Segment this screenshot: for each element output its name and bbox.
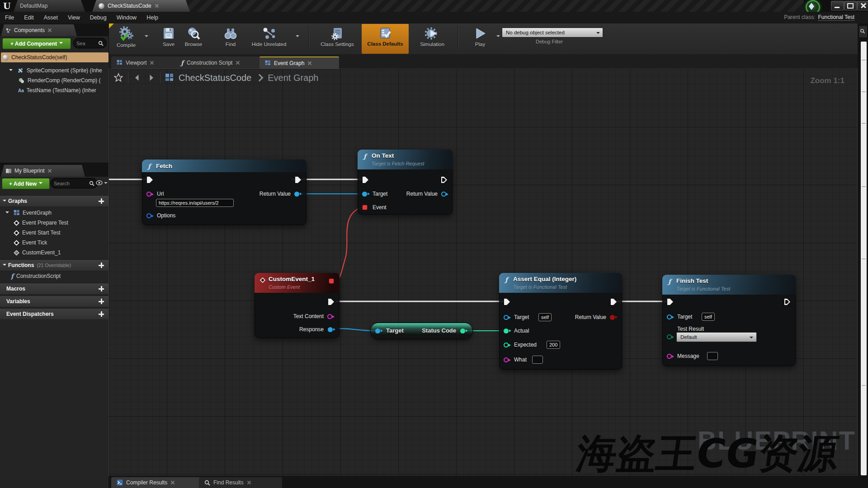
save-button[interactable]: Save bbox=[158, 24, 179, 53]
component-row-sprite[interactable]: SpriteComponent (Sprite) (Inhe bbox=[6, 66, 108, 75]
exec-out-pin[interactable] bbox=[611, 299, 617, 305]
compile-button[interactable]: Compile bbox=[111, 24, 141, 53]
expected-value-box[interactable]: 200 bbox=[547, 341, 560, 349]
panel-expand-button[interactable] bbox=[859, 25, 868, 38]
return-value-pin[interactable] bbox=[294, 192, 299, 197]
close-tab-icon[interactable] bbox=[47, 28, 52, 33]
section-variables[interactable]: Variables bbox=[0, 296, 108, 307]
collapse-icon[interactable] bbox=[5, 211, 9, 215]
menu-edit[interactable]: Edit bbox=[19, 14, 39, 21]
exec-in-pin[interactable] bbox=[504, 299, 510, 305]
event-graph-canvas[interactable]: BLUEPRINT 海盗王CG资源 CheckStatusCode Event … bbox=[108, 69, 858, 477]
return-value-pin[interactable] bbox=[610, 315, 615, 320]
window-tab-defaultmap[interactable]: DefaultMap bbox=[14, 0, 85, 12]
add-dispatcher-icon[interactable] bbox=[98, 310, 105, 318]
class-settings-button[interactable]: Class Settings bbox=[317, 24, 357, 53]
actual-pin[interactable] bbox=[504, 328, 509, 333]
visibility-dropdown-icon[interactable] bbox=[104, 182, 108, 186]
options-pin[interactable] bbox=[146, 213, 151, 218]
target-pin[interactable] bbox=[667, 314, 672, 319]
tree-row-constructionscript[interactable]: ƒ ConstructionScript bbox=[11, 271, 107, 281]
expander-icon[interactable] bbox=[9, 69, 13, 73]
target-pin[interactable] bbox=[504, 315, 509, 320]
visibility-eye-icon[interactable] bbox=[96, 180, 103, 185]
target-pin[interactable] bbox=[375, 328, 380, 333]
tree-row-eventgraph[interactable]: EventGraph bbox=[3, 208, 107, 218]
hide-unrelated-dropdown-icon[interactable] bbox=[296, 35, 299, 39]
tree-row-event-tick[interactable]: Event Tick bbox=[14, 238, 107, 248]
section-event-dispatchers[interactable]: Event Dispatchers bbox=[0, 308, 108, 320]
response-pin[interactable] bbox=[328, 327, 333, 332]
message-value-box[interactable] bbox=[707, 352, 718, 360]
exec-in-pin[interactable] bbox=[363, 177, 368, 183]
node-finish-test[interactable]: ƒ Finish Test Target is Functional Test … bbox=[662, 275, 796, 366]
message-pin[interactable] bbox=[667, 354, 672, 359]
close-tab-icon[interactable] bbox=[307, 61, 312, 66]
tab-find-results[interactable]: Find Results bbox=[199, 477, 282, 488]
node-assert-equal-integer[interactable]: ƒ Assert Equal (Integer) Target is Funct… bbox=[499, 273, 622, 370]
menu-view[interactable]: View bbox=[63, 14, 85, 21]
tree-row-customevent1[interactable]: CustomEvent_1 bbox=[14, 248, 107, 258]
add-macro-icon[interactable] bbox=[98, 285, 105, 292]
tree-row-event-start-test[interactable]: Event Start Test bbox=[14, 228, 107, 238]
add-function-icon[interactable] bbox=[98, 262, 105, 269]
play-button[interactable]: Play bbox=[467, 24, 494, 53]
section-functions[interactable]: Functions (21 Overridable) bbox=[0, 259, 108, 271]
node-customevent1[interactable]: CustomEvent_1 Custom Event Text Content … bbox=[255, 273, 340, 338]
component-row-self[interactable]: CheckStatusCode(self) bbox=[1, 52, 108, 62]
exec-out-pin[interactable] bbox=[295, 177, 301, 183]
test-result-pin[interactable] bbox=[667, 334, 672, 339]
my-blueprint-search-input[interactable]: Search bbox=[51, 178, 98, 188]
component-row-testname[interactable]: Aa TestName (TestName) (Inher bbox=[18, 86, 108, 95]
exec-in-pin[interactable] bbox=[147, 177, 153, 183]
url-string-pin[interactable] bbox=[146, 192, 151, 197]
text-content-pin[interactable] bbox=[327, 314, 332, 319]
component-row-rendercomp[interactable]: RenderComp (RenderComp) ( bbox=[18, 76, 108, 85]
close-tab-icon[interactable] bbox=[155, 4, 159, 8]
tab-my-blueprint[interactable]: My Blueprint bbox=[1, 165, 85, 177]
exec-out-pin[interactable] bbox=[328, 299, 334, 305]
exec-out-pin[interactable] bbox=[441, 177, 447, 183]
close-tab-icon[interactable] bbox=[150, 61, 154, 65]
tab-viewport[interactable]: Viewport bbox=[111, 56, 183, 69]
minimize-button[interactable] bbox=[831, 1, 844, 10]
close-tab-icon[interactable] bbox=[170, 480, 175, 485]
target-value-box[interactable]: self bbox=[702, 313, 715, 321]
tab-event-graph[interactable]: Event Graph bbox=[259, 56, 339, 69]
debug-object-dropdown[interactable]: No debug object selected bbox=[502, 28, 603, 38]
add-component-button[interactable]: + Add Component bbox=[2, 38, 71, 49]
delegate-out-pin[interactable] bbox=[329, 279, 334, 283]
add-graph-icon[interactable] bbox=[98, 197, 105, 205]
node-fetch[interactable]: ƒ Fetch Url https://reqres.in/api/users/… bbox=[142, 160, 307, 225]
tab-compiler-results[interactable]: Compiler Results bbox=[111, 477, 206, 488]
status-code-pin[interactable] bbox=[460, 328, 465, 333]
tree-row-event-prepare-test[interactable]: Event Prepare Test bbox=[14, 218, 107, 228]
collapsed-right-panel[interactable] bbox=[858, 23, 868, 488]
find-button[interactable]: Find bbox=[221, 24, 241, 53]
what-value-box[interactable] bbox=[532, 356, 543, 364]
url-value-input[interactable]: https://reqres.in/api/users/2 bbox=[156, 199, 234, 207]
tab-construction-script[interactable]: ƒ Construction Script bbox=[175, 56, 267, 69]
test-result-dropdown[interactable]: Default bbox=[676, 332, 757, 342]
compile-dropdown-icon[interactable] bbox=[145, 35, 148, 39]
close-tab-icon[interactable] bbox=[47, 169, 52, 173]
collapsed-panel-content[interactable] bbox=[861, 42, 867, 475]
browse-button[interactable]: Browse bbox=[181, 24, 206, 53]
play-dropdown-icon[interactable] bbox=[496, 35, 500, 39]
menu-window[interactable]: Window bbox=[112, 14, 142, 21]
section-graphs[interactable]: Graphs bbox=[0, 195, 108, 207]
return-value-pin[interactable] bbox=[441, 192, 446, 197]
add-new-button[interactable]: + Add New bbox=[2, 178, 50, 189]
maximize-button[interactable] bbox=[844, 1, 857, 10]
class-defaults-button[interactable]: Class Defaults bbox=[362, 24, 409, 54]
what-pin[interactable] bbox=[504, 357, 509, 362]
add-variable-icon[interactable] bbox=[98, 298, 105, 305]
node-get-status-code[interactable]: Target Status Code bbox=[370, 323, 473, 339]
menu-debug[interactable]: Debug bbox=[85, 14, 112, 21]
target-pin[interactable] bbox=[362, 192, 367, 197]
menu-asset[interactable]: Asset bbox=[39, 14, 63, 21]
menu-help[interactable]: Help bbox=[142, 14, 163, 21]
window-tab-checkstatuscode[interactable]: CheckStatusCode bbox=[92, 0, 190, 12]
menu-file[interactable]: File bbox=[0, 14, 19, 21]
exec-in-pin[interactable] bbox=[667, 299, 673, 305]
